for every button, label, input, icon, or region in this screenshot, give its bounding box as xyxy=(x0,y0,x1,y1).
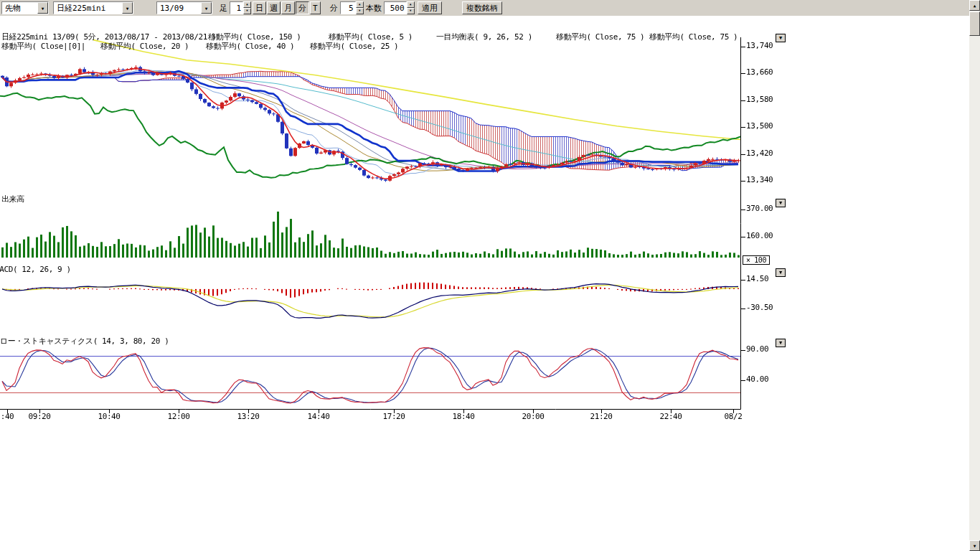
panel-menu-dropdown-icon[interactable]: ▼ xyxy=(776,34,786,42)
period-month-button[interactable]: 月 xyxy=(281,1,295,14)
period-tick-button[interactable]: T xyxy=(310,1,321,14)
chevron-down-icon[interactable]: ▼ xyxy=(37,2,48,14)
spinner-up-icon[interactable]: ▲ xyxy=(356,1,364,8)
panel-menu-dropdown-icon[interactable]: ▼ xyxy=(776,268,786,277)
count-input[interactable] xyxy=(384,1,407,14)
time-axis-label: :40 xyxy=(1,413,14,421)
spinner: ▲▼ xyxy=(407,1,415,14)
instrument-type-select[interactable]: 先物 ▼ xyxy=(1,1,49,14)
stoch-axis-label: 40.00 xyxy=(746,375,768,384)
legend-item: 日経225mini 13/09( 5分, 2013/08/17 - 2013/0… xyxy=(1,33,216,42)
chart-area: 日経225mini 13/09( 5分, 2013/08/17 - 2013/0… xyxy=(0,16,980,551)
legend-item: 移動平均( Close, 75 ) xyxy=(649,33,738,42)
bar-value-input[interactable] xyxy=(230,1,243,14)
legend-item: 移動平均( Close, 20 ) xyxy=(100,42,189,51)
macd-axis-label: 14.50 xyxy=(746,275,768,283)
bar-value-input-group: ▲▼ xyxy=(230,1,251,14)
period-minute-button[interactable]: 分 xyxy=(296,1,309,14)
volume-axis-label: 370.00 xyxy=(746,204,773,213)
macd-axis-label: -30.50 xyxy=(746,303,773,312)
count-input-group: ▲▼ xyxy=(384,1,415,14)
time-axis-label: 17:20 xyxy=(382,413,405,421)
price-axis-label: 13,340 xyxy=(746,176,773,184)
spinner-up-icon[interactable]: ▲ xyxy=(243,1,251,8)
legend-item: 移動平均( Close|[0]| xyxy=(1,42,85,51)
time-axis-label: 22:40 xyxy=(659,413,682,421)
instrument-type-value: 先物 xyxy=(2,3,37,14)
period-week-button[interactable]: 週 xyxy=(267,1,281,14)
volume-panel-label: 出来高 xyxy=(1,195,24,204)
scroll-up-icon[interactable]: ▲ xyxy=(969,0,980,11)
minute-label: 分 xyxy=(330,3,338,14)
spinner: ▲▼ xyxy=(243,1,251,14)
chart-application: 先物 ▼ 日経225mini ▼ 13/09 ▼ 足 ▲▼ 日週月分T 分 ▲▼… xyxy=(0,0,980,551)
price-axis-label: 13,660 xyxy=(746,68,773,77)
legend-item: 一目均衡表( 9, 26, 52 ) xyxy=(436,33,532,42)
time-axis-label: 20:00 xyxy=(522,413,544,421)
time-axis-label: 18:40 xyxy=(452,413,474,421)
time-axis-label: 08/2 xyxy=(725,413,743,421)
time-axis-label: 21:20 xyxy=(590,413,612,421)
macd-panel-label: MACD( 12, 26, 9 ) xyxy=(0,265,71,274)
contract-month-value: 13/09 xyxy=(157,4,201,13)
period-day-button[interactable]: 日 xyxy=(253,1,266,14)
symbol-select[interactable]: 日経225mini ▼ xyxy=(53,1,133,14)
scrollbar-thumb[interactable] xyxy=(969,11,980,36)
chart-canvas[interactable] xyxy=(0,16,789,418)
time-axis-label: 10:40 xyxy=(98,413,120,421)
bar-label: 足 xyxy=(220,3,227,14)
apply-button[interactable]: 適用 xyxy=(418,1,442,14)
time-axis-label: 14:40 xyxy=(307,413,329,421)
legend-item: 移動平均( Close, 5 ) xyxy=(329,33,413,42)
chevron-down-icon[interactable]: ▼ xyxy=(201,2,212,14)
scroll-down-icon[interactable]: ▼ xyxy=(969,540,980,551)
price-axis-label: 13,500 xyxy=(746,122,773,131)
price-axis-label: 13,420 xyxy=(746,149,773,158)
minute-input[interactable] xyxy=(340,1,356,14)
price-axis-label: 13,740 xyxy=(746,42,773,50)
time-axis-label: 13:20 xyxy=(237,413,259,421)
legend-item: 移動平均( Close, 150 ) xyxy=(208,33,301,42)
stoch-axis-label: 90.00 xyxy=(746,345,768,354)
panel-menu-dropdown-icon[interactable]: ▼ xyxy=(776,339,786,347)
panel-menu-dropdown-icon[interactable]: ▼ xyxy=(776,199,786,207)
spinner-down-icon[interactable]: ▼ xyxy=(407,8,415,14)
price-axis-label: 13,580 xyxy=(746,95,773,104)
minute-input-group: ▲▼ xyxy=(340,1,364,14)
spinner: ▲▼ xyxy=(356,1,364,14)
volume-multiplier-badge: × 100 xyxy=(743,255,770,265)
symbol-value: 日経225mini xyxy=(54,3,122,14)
spinner-down-icon[interactable]: ▼ xyxy=(356,8,364,14)
chevron-down-icon[interactable]: ▼ xyxy=(122,2,133,14)
legend-item: 移動平均( Close, 75 ) xyxy=(556,33,644,42)
stoch-panel-label: スロー・ストキャスティクス( 14, 3, 80, 20 ) xyxy=(0,337,169,346)
vertical-scrollbar[interactable]: ▲ ▼ xyxy=(969,0,980,551)
spinner-up-icon[interactable]: ▲ xyxy=(407,1,415,8)
toolbar: 先物 ▼ 日経225mini ▼ 13/09 ▼ 足 ▲▼ 日週月分T 分 ▲▼… xyxy=(0,0,980,17)
count-label: 本数 xyxy=(366,3,382,14)
period-button-group: 日週月分T xyxy=(253,1,321,14)
time-axis-label: 09:20 xyxy=(28,413,50,421)
time-axis-label: 12:00 xyxy=(167,413,189,421)
volume-axis-label: 160.00 xyxy=(746,232,773,240)
multi-symbol-button[interactable]: 複数銘柄 xyxy=(462,1,502,14)
legend-item: 移動平均( Close, 25 ) xyxy=(310,42,398,51)
contract-month-select[interactable]: 13/09 ▼ xyxy=(156,1,212,14)
spinner-down-icon[interactable]: ▼ xyxy=(243,8,251,14)
legend-item: 移動平均( Close, 40 ) xyxy=(206,42,294,51)
